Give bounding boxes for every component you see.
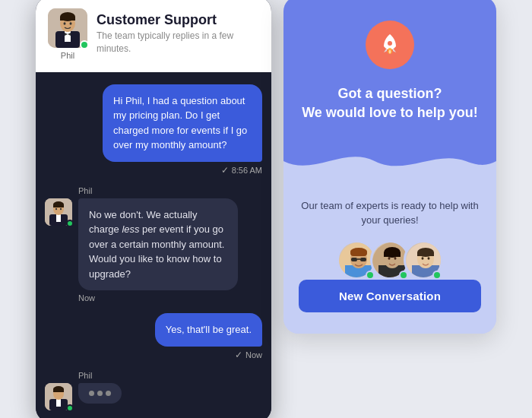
agent-online-dot (66, 220, 74, 227)
right-panel: Got a question? We would love to help yo… (283, 0, 496, 334)
typing-agent-avatar (45, 383, 72, 410)
chat-panel: Phil Customer Support The team typically… (36, 0, 271, 418)
typing-dots (78, 383, 122, 404)
agents-row (299, 240, 481, 280)
wave-decoration (283, 146, 496, 184)
svg-rect-46 (417, 252, 434, 256)
agent-avatar-large (48, 8, 87, 48)
svg-point-24 (388, 41, 392, 46)
svg-point-48 (428, 257, 430, 260)
message-user-1: Hi Phil, I had a question about my prici… (45, 84, 262, 176)
svg-rect-32 (351, 258, 357, 261)
bubble-user-2: Yes, that'll be great. (155, 313, 262, 347)
header-info: Customer Support The team typically repl… (97, 12, 259, 55)
svg-point-16 (55, 207, 57, 210)
message-user-2: Yes, that'll be great. ✓ Now (45, 313, 262, 360)
agent-thumb-wrap-3 (404, 240, 443, 280)
right-subtext: Our team of experts is ready to help wit… (299, 198, 481, 228)
right-top-section: Got a question? We would love to help yo… (283, 0, 496, 183)
svg-rect-23 (53, 389, 64, 392)
dot-3 (106, 391, 111, 396)
svg-rect-39 (384, 252, 401, 257)
right-heading: Got a question? We would love to help yo… (302, 84, 478, 122)
agent-avatar-sm (45, 198, 72, 226)
chat-subtitle: The team typically replies in a few minu… (97, 30, 259, 55)
new-conversation-button[interactable]: New Conversation (299, 280, 481, 312)
svg-point-8 (64, 22, 66, 25)
chat-header: Phil Customer Support The team typically… (36, 0, 271, 72)
svg-rect-15 (53, 204, 64, 207)
check-icon: ✓ (221, 165, 229, 176)
agent-sender-name: Phil (45, 186, 92, 195)
header-agent-name: Phil (61, 51, 74, 60)
chat-title: Customer Support (97, 12, 259, 28)
check-icon-2: ✓ (235, 350, 242, 360)
dot-2 (97, 391, 103, 396)
svg-point-26 (389, 49, 391, 53)
rocket-icon (378, 33, 402, 57)
svg-point-40 (388, 257, 391, 260)
msg-meta-agent-1: Now (45, 293, 95, 302)
agent-3-online (432, 271, 442, 280)
svg-point-47 (422, 257, 424, 260)
typing-online-dot (66, 404, 74, 412)
svg-rect-7 (60, 17, 75, 21)
msg-meta-1: ✓ 8:56 AM (221, 165, 262, 176)
message-agent-1: Phil (45, 186, 262, 303)
right-bottom-section: Our team of experts is ready to help wit… (283, 183, 496, 334)
svg-point-9 (70, 22, 72, 25)
typing-indicator-wrap: Phil (45, 371, 262, 410)
svg-point-31 (350, 248, 367, 255)
svg-point-41 (394, 257, 397, 260)
online-indicator (80, 40, 89, 49)
svg-rect-33 (360, 258, 366, 261)
bubble-agent-1: No we don't. We actually charge less per… (78, 198, 238, 291)
agent-row: No we don't. We actually charge less per… (45, 198, 238, 291)
bubble-user-1: Hi Phil, I had a question about my prici… (103, 84, 262, 162)
svg-point-17 (60, 207, 62, 210)
chat-body: Hi Phil, I had a question about my prici… (36, 72, 271, 419)
msg-meta-2: ✓ Now (235, 350, 262, 360)
typing-agent-name: Phil (45, 371, 92, 380)
rocket-icon-circle (366, 21, 414, 69)
dot-1 (89, 391, 94, 396)
typing-indicator (45, 383, 122, 410)
